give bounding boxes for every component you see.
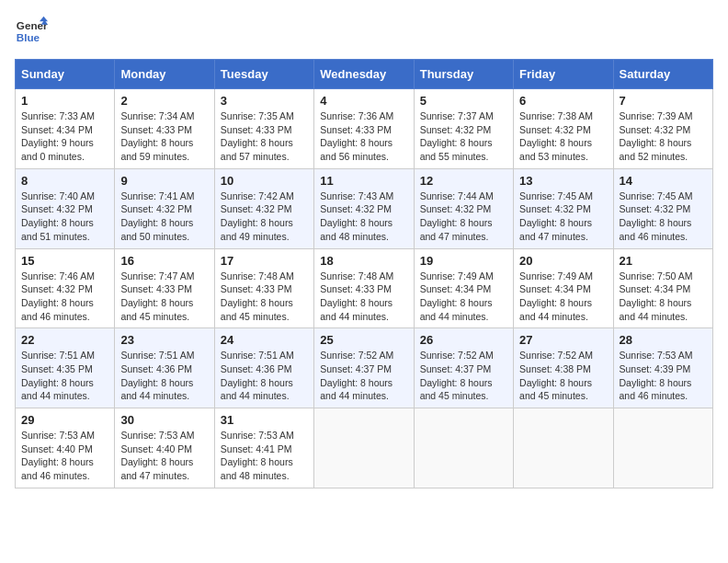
calendar-cell: 29 Sunrise: 7:53 AM Sunset: 4:40 PM Dayl… [16, 408, 115, 488]
logo-icon: General Blue [15, 15, 48, 48]
calendar-cell: 18 Sunrise: 7:48 AM Sunset: 4:33 PM Dayl… [314, 248, 414, 328]
day-info: Sunrise: 7:41 AM Sunset: 4:32 PM Dayligh… [120, 190, 208, 244]
calendar-cell: 17 Sunrise: 7:48 AM Sunset: 4:33 PM Dayl… [214, 248, 313, 328]
calendar-week-row: 15 Sunrise: 7:46 AM Sunset: 4:32 PM Dayl… [16, 248, 713, 328]
day-number: 14 [620, 174, 707, 188]
calendar-cell: 9 Sunrise: 7:41 AM Sunset: 4:32 PM Dayli… [115, 168, 214, 248]
header: General Blue [15, 15, 713, 48]
day-number: 23 [120, 333, 208, 347]
day-info: Sunrise: 7:51 AM Sunset: 4:35 PM Dayligh… [21, 349, 108, 403]
day-info: Sunrise: 7:49 AM Sunset: 4:34 PM Dayligh… [420, 270, 507, 324]
day-info: Sunrise: 7:34 AM Sunset: 4:33 PM Dayligh… [120, 109, 208, 164]
day-info: Sunrise: 7:48 AM Sunset: 4:33 PM Dayligh… [221, 270, 308, 324]
column-header-tuesday: Tuesday [214, 60, 313, 89]
day-info: Sunrise: 7:43 AM Sunset: 4:32 PM Dayligh… [320, 190, 407, 244]
calendar-week-row: 29 Sunrise: 7:53 AM Sunset: 4:40 PM Dayl… [16, 408, 713, 488]
day-number: 16 [120, 254, 208, 268]
calendar-cell [613, 408, 712, 488]
day-info: Sunrise: 7:51 AM Sunset: 4:36 PM Dayligh… [120, 349, 208, 403]
day-info: Sunrise: 7:53 AM Sunset: 4:40 PM Dayligh… [21, 429, 108, 483]
day-info: Sunrise: 7:53 AM Sunset: 4:39 PM Dayligh… [620, 349, 707, 403]
calendar-cell: 7 Sunrise: 7:39 AM Sunset: 4:32 PM Dayli… [613, 89, 712, 169]
day-info: Sunrise: 7:39 AM Sunset: 4:32 PM Dayligh… [620, 109, 707, 164]
logo: General Blue [15, 15, 48, 48]
calendar-week-row: 22 Sunrise: 7:51 AM Sunset: 4:35 PM Dayl… [16, 328, 713, 408]
day-number: 20 [519, 254, 607, 268]
day-number: 25 [320, 333, 407, 347]
calendar-table: SundayMondayTuesdayWednesdayThursdayFrid… [15, 59, 713, 488]
calendar-cell: 3 Sunrise: 7:35 AM Sunset: 4:33 PM Dayli… [214, 89, 313, 169]
calendar-cell: 28 Sunrise: 7:53 AM Sunset: 4:39 PM Dayl… [613, 328, 712, 408]
calendar-cell: 25 Sunrise: 7:52 AM Sunset: 4:37 PM Dayl… [314, 328, 414, 408]
column-header-thursday: Thursday [414, 60, 513, 89]
day-info: Sunrise: 7:50 AM Sunset: 4:34 PM Dayligh… [620, 270, 707, 324]
day-number: 29 [21, 413, 108, 427]
day-info: Sunrise: 7:53 AM Sunset: 4:40 PM Dayligh… [120, 429, 208, 483]
calendar-cell: 27 Sunrise: 7:52 AM Sunset: 4:38 PM Dayl… [514, 328, 613, 408]
day-number: 1 [21, 94, 108, 108]
day-info: Sunrise: 7:35 AM Sunset: 4:33 PM Dayligh… [221, 109, 308, 164]
calendar-cell [314, 408, 414, 488]
calendar-cell: 16 Sunrise: 7:47 AM Sunset: 4:33 PM Dayl… [115, 248, 214, 328]
day-number: 31 [221, 413, 308, 427]
day-number: 30 [120, 413, 208, 427]
day-number: 24 [221, 333, 308, 347]
day-number: 13 [519, 174, 607, 188]
calendar-header-row: SundayMondayTuesdayWednesdayThursdayFrid… [16, 60, 713, 89]
day-number: 19 [420, 254, 507, 268]
column-header-friday: Friday [514, 60, 613, 89]
day-info: Sunrise: 7:47 AM Sunset: 4:33 PM Dayligh… [120, 270, 208, 324]
day-number: 7 [620, 94, 707, 108]
calendar-cell: 24 Sunrise: 7:51 AM Sunset: 4:36 PM Dayl… [214, 328, 313, 408]
day-info: Sunrise: 7:42 AM Sunset: 4:32 PM Dayligh… [221, 190, 308, 244]
column-header-sunday: Sunday [16, 60, 115, 89]
day-number: 26 [420, 333, 507, 347]
calendar-cell: 13 Sunrise: 7:45 AM Sunset: 4:32 PM Dayl… [514, 168, 613, 248]
day-info: Sunrise: 7:52 AM Sunset: 4:38 PM Dayligh… [519, 349, 607, 403]
calendar-cell [414, 408, 513, 488]
calendar-cell: 20 Sunrise: 7:49 AM Sunset: 4:34 PM Dayl… [514, 248, 613, 328]
day-info: Sunrise: 7:49 AM Sunset: 4:34 PM Dayligh… [519, 270, 607, 324]
day-number: 4 [320, 94, 407, 108]
calendar-cell: 5 Sunrise: 7:37 AM Sunset: 4:32 PM Dayli… [414, 89, 513, 169]
day-number: 10 [221, 174, 308, 188]
day-info: Sunrise: 7:40 AM Sunset: 4:32 PM Dayligh… [21, 190, 108, 244]
svg-text:Blue: Blue [17, 31, 40, 43]
day-number: 8 [21, 174, 108, 188]
day-number: 6 [519, 94, 607, 108]
column-header-saturday: Saturday [613, 60, 712, 89]
day-number: 2 [120, 94, 208, 108]
calendar-cell: 6 Sunrise: 7:38 AM Sunset: 4:32 PM Dayli… [514, 89, 613, 169]
calendar-cell: 22 Sunrise: 7:51 AM Sunset: 4:35 PM Dayl… [16, 328, 115, 408]
column-header-wednesday: Wednesday [314, 60, 414, 89]
column-header-monday: Monday [115, 60, 214, 89]
day-info: Sunrise: 7:51 AM Sunset: 4:36 PM Dayligh… [221, 349, 308, 403]
calendar-cell: 1 Sunrise: 7:33 AM Sunset: 4:34 PM Dayli… [16, 89, 115, 169]
calendar-week-row: 1 Sunrise: 7:33 AM Sunset: 4:34 PM Dayli… [16, 89, 713, 169]
day-info: Sunrise: 7:52 AM Sunset: 4:37 PM Dayligh… [420, 349, 507, 403]
day-number: 11 [320, 174, 407, 188]
calendar-cell: 15 Sunrise: 7:46 AM Sunset: 4:32 PM Dayl… [16, 248, 115, 328]
day-number: 12 [420, 174, 507, 188]
calendar-cell: 31 Sunrise: 7:53 AM Sunset: 4:41 PM Dayl… [214, 408, 313, 488]
calendar-cell: 26 Sunrise: 7:52 AM Sunset: 4:37 PM Dayl… [414, 328, 513, 408]
calendar-cell: 19 Sunrise: 7:49 AM Sunset: 4:34 PM Dayl… [414, 248, 513, 328]
day-info: Sunrise: 7:45 AM Sunset: 4:32 PM Dayligh… [519, 190, 607, 244]
day-info: Sunrise: 7:45 AM Sunset: 4:32 PM Dayligh… [620, 190, 707, 244]
day-number: 18 [320, 254, 407, 268]
day-number: 9 [120, 174, 208, 188]
day-info: Sunrise: 7:46 AM Sunset: 4:32 PM Dayligh… [21, 270, 108, 324]
day-number: 17 [221, 254, 308, 268]
calendar-cell [514, 408, 613, 488]
day-number: 21 [620, 254, 707, 268]
calendar-cell: 30 Sunrise: 7:53 AM Sunset: 4:40 PM Dayl… [115, 408, 214, 488]
calendar-cell: 21 Sunrise: 7:50 AM Sunset: 4:34 PM Dayl… [613, 248, 712, 328]
day-info: Sunrise: 7:37 AM Sunset: 4:32 PM Dayligh… [420, 109, 507, 164]
calendar-cell: 14 Sunrise: 7:45 AM Sunset: 4:32 PM Dayl… [613, 168, 712, 248]
day-info: Sunrise: 7:48 AM Sunset: 4:33 PM Dayligh… [320, 270, 407, 324]
day-number: 27 [519, 333, 607, 347]
day-info: Sunrise: 7:44 AM Sunset: 4:32 PM Dayligh… [420, 190, 507, 244]
calendar-cell: 2 Sunrise: 7:34 AM Sunset: 4:33 PM Dayli… [115, 89, 214, 169]
calendar-cell: 8 Sunrise: 7:40 AM Sunset: 4:32 PM Dayli… [16, 168, 115, 248]
day-number: 3 [221, 94, 308, 108]
